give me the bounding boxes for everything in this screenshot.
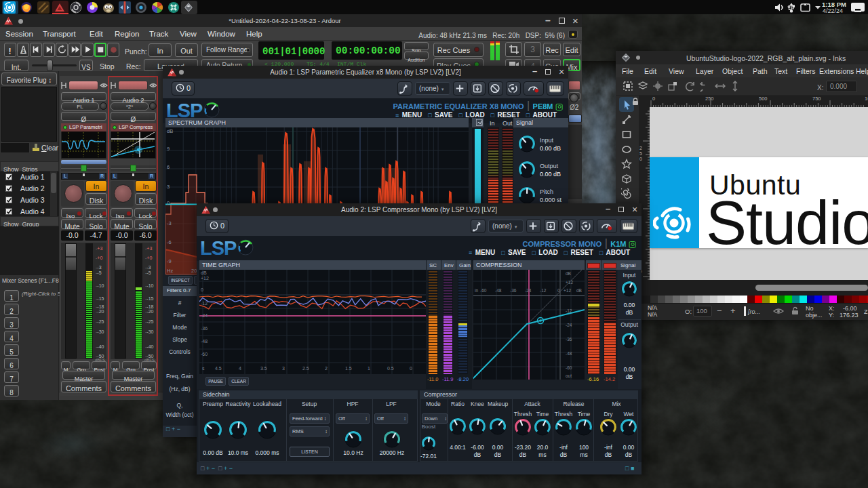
svg-text:A: A bbox=[22, 47, 26, 54]
svg-text:LSP: LSP bbox=[200, 238, 237, 258]
svg-text:!: ! bbox=[9, 47, 12, 56]
